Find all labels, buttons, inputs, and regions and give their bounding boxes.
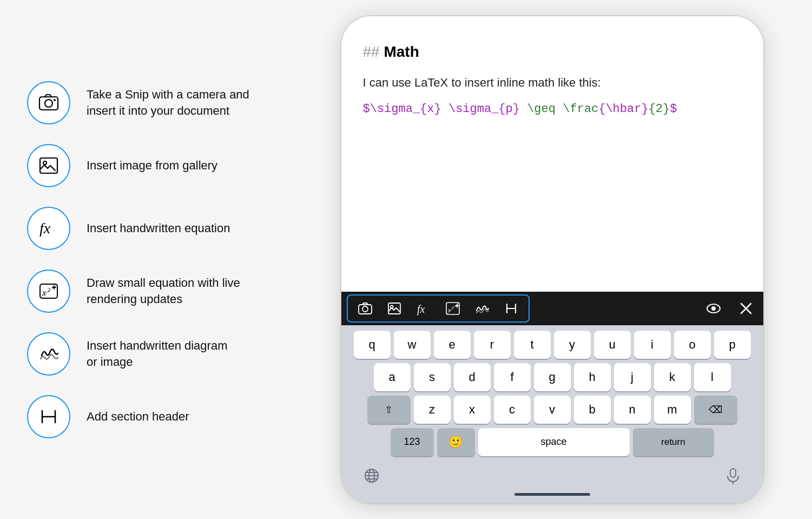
key-v[interactable]: v: [534, 396, 571, 424]
doc-heading: ## Math: [363, 43, 742, 61]
feature-diagram-label: Insert handwritten diagramor image: [87, 338, 227, 370]
svg-point-28: [711, 306, 716, 311]
toolbar-camera-btn[interactable]: [351, 297, 379, 320]
svg-point-2: [54, 99, 56, 101]
key-p[interactable]: p: [714, 331, 751, 359]
key-return[interactable]: return: [633, 428, 714, 456]
feature-equation-label: Insert handwritten equation: [87, 220, 230, 236]
phone-mockup: ## Math I can use LaTeX to insert inline…: [341, 16, 763, 503]
gallery-icon-wrap: [27, 144, 70, 187]
key-i[interactable]: i: [634, 331, 671, 359]
header-icon-wrap: [27, 395, 70, 438]
home-bar: [514, 493, 590, 496]
key-c[interactable]: c: [494, 396, 531, 424]
key-d[interactable]: d: [454, 363, 491, 391]
key-u[interactable]: u: [594, 331, 631, 359]
doc-text: I can use LaTeX to insert inline math li…: [363, 74, 742, 91]
phone-content: ## Math I can use LaTeX to insert inline…: [341, 16, 763, 292]
key-z[interactable]: z: [414, 396, 451, 424]
feature-header: Add section header: [27, 385, 276, 448]
home-indicator: [341, 491, 763, 503]
gallery-icon: [37, 154, 60, 177]
key-y[interactable]: y: [554, 331, 591, 359]
key-t[interactable]: t: [514, 331, 551, 359]
key-space[interactable]: space: [478, 428, 630, 456]
toolbar-eye-btn[interactable]: [702, 297, 725, 320]
key-q[interactable]: q: [354, 331, 391, 359]
svg-point-16: [390, 305, 393, 308]
key-f[interactable]: f: [494, 363, 531, 391]
mic-icon[interactable]: [724, 467, 742, 488]
key-j[interactable]: j: [614, 363, 651, 391]
keyboard-toolbar: fx x 2: [341, 292, 763, 325]
key-o[interactable]: o: [674, 331, 711, 359]
camera-icon-wrap: [27, 81, 70, 124]
header-icon: [37, 405, 60, 428]
key-b[interactable]: b: [574, 396, 611, 424]
draw-eq-icon-wrap: x 2: [27, 270, 70, 313]
key-x[interactable]: x: [454, 396, 491, 424]
svg-text:x: x: [42, 288, 46, 297]
camera-icon: [37, 91, 60, 114]
key-l[interactable]: l: [694, 363, 731, 391]
key-n[interactable]: n: [614, 396, 651, 424]
svg-point-14: [362, 306, 368, 312]
key-k[interactable]: k: [654, 363, 691, 391]
key-g[interactable]: g: [534, 363, 571, 391]
svg-point-4: [43, 161, 47, 165]
key-backspace[interactable]: ⌫: [694, 396, 737, 424]
key-row-1: q w e r t y u i o p: [344, 331, 761, 359]
latex-dollar-open: $: [363, 102, 370, 116]
key-r[interactable]: r: [474, 331, 511, 359]
hash-symbol: ##: [363, 43, 384, 60]
latex-brace-x: {x}: [420, 102, 441, 116]
latex-sigma-p: \sigma_: [448, 102, 498, 116]
svg-rect-3: [40, 158, 57, 173]
keyboard-area: q w e r t y u i o p a s d f g h j k: [341, 325, 763, 463]
key-s[interactable]: s: [414, 363, 451, 391]
feature-draw-eq-label: Draw small equation with liverendering u…: [87, 275, 240, 307]
toolbar-scribble-btn[interactable]: [468, 297, 496, 320]
latex-sigma-x: \sigma_: [370, 102, 420, 116]
feature-camera-label: Take a Snip with a camera andinsert it i…: [87, 87, 249, 119]
feature-gallery-label: Insert image from gallery: [87, 157, 217, 174]
key-h[interactable]: h: [574, 363, 611, 391]
feature-diagram: Insert handwritten diagramor image: [27, 323, 276, 385]
diagram-icon: [37, 343, 60, 365]
feature-camera: Take a Snip with a camera andinsert it i…: [27, 71, 276, 134]
svg-rect-0: [39, 97, 58, 110]
doc-heading-text: Math: [384, 43, 419, 60]
key-shift[interactable]: ⇧: [367, 396, 411, 424]
latex-hbar: {\hbar}: [598, 102, 648, 116]
key-w[interactable]: w: [394, 331, 431, 359]
key-row-3: ⇧ z x c v b n m ⌫: [344, 396, 761, 424]
toolbar-close-btn[interactable]: [734, 297, 758, 320]
equation-icon: fx: [37, 217, 60, 240]
key-emoji[interactable]: 🙂: [437, 428, 475, 456]
toolbar-fx-btn[interactable]: fx: [410, 297, 438, 320]
toolbar-draw-eq-btn[interactable]: x 2: [439, 297, 467, 320]
diagram-icon-wrap: [27, 332, 70, 376]
key-123[interactable]: 123: [391, 428, 434, 456]
key-a[interactable]: a: [374, 363, 411, 391]
latex-dollar-close: $: [670, 102, 677, 116]
toolbar-header-btn[interactable]: [497, 297, 525, 320]
key-m[interactable]: m: [654, 396, 691, 424]
draw-eq-icon: x 2: [37, 280, 60, 303]
toolbar-left-group: fx x 2: [347, 294, 530, 323]
globe-icon[interactable]: [363, 467, 380, 488]
svg-rect-15: [388, 303, 400, 314]
toolbar-right-group: [702, 297, 758, 320]
feature-header-label: Add section header: [87, 409, 189, 425]
feature-gallery: Insert image from gallery: [27, 134, 276, 197]
latex-code: $\sigma_{x} \sigma_{p} \geq \frac{\hbar}…: [363, 102, 742, 116]
right-panel: ## Math I can use LaTeX to insert inline…: [303, 0, 812, 519]
toolbar-gallery-btn[interactable]: [380, 297, 408, 320]
key-row-2: a s d f g h j k l: [344, 363, 761, 391]
feature-equation: fx Insert handwritten equation: [27, 197, 276, 260]
latex-brace-p: {p}: [498, 102, 520, 116]
key-row-4: 123 🙂 space return: [344, 428, 761, 456]
svg-point-1: [45, 100, 52, 107]
latex-geq: \geq \frac: [527, 102, 598, 116]
key-e[interactable]: e: [434, 331, 471, 359]
